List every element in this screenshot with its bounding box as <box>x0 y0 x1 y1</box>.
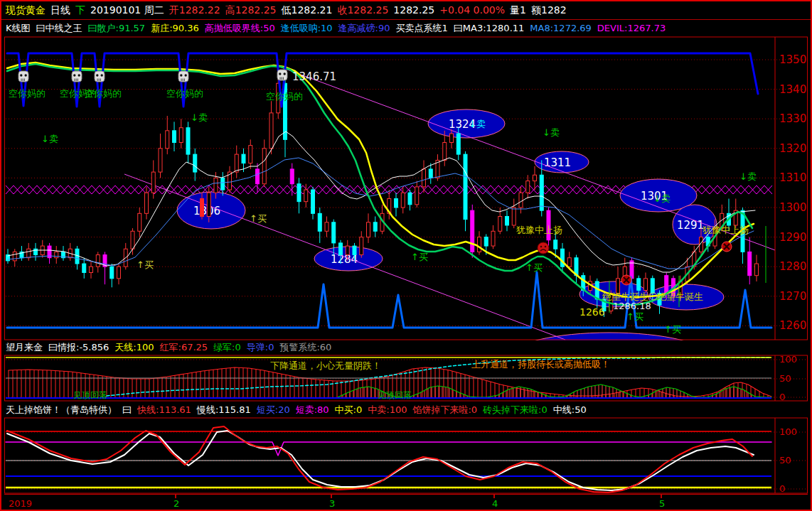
svg-text:1346.71: 1346.71 <box>292 70 336 83</box>
svg-text:1340: 1340 <box>779 83 806 96</box>
header-segment: 低1282.21 <box>282 4 333 16</box>
svg-text:1286.18: 1286.18 <box>613 301 651 311</box>
svg-text:空你妈的: 空你妈的 <box>166 88 203 99</box>
header-segment: 曰情报:-5.856 <box>48 342 109 353</box>
svg-text:绝望牛诞生: 绝望牛诞生 <box>657 291 703 302</box>
svg-text:↓卖: ↓卖 <box>41 134 58 144</box>
svg-text:1330: 1330 <box>779 112 806 125</box>
svg-text:↑买: ↑买 <box>525 262 543 273</box>
svg-text:50: 50 <box>779 373 791 384</box>
svg-text:上升通道，持股待长或高抛低吸！: 上升通道，持股待长或高抛低吸！ <box>471 359 610 370</box>
kline-chart-panel[interactable]: 1350134013301320131013001290128012701260… <box>4 36 808 340</box>
header-segment: 开1282.22 <box>169 4 220 16</box>
svg-text:↑买: ↑买 <box>137 259 154 270</box>
header-segment: 日线 <box>50 4 70 16</box>
svg-text:↓卖: ↓卖 <box>653 193 671 204</box>
svg-text:1280: 1280 <box>779 260 806 273</box>
pancake-indicator-panel[interactable]: 100500 <box>4 417 808 494</box>
svg-text:1320: 1320 <box>779 142 806 155</box>
skull-icon <box>95 71 105 82</box>
bomb-icon <box>722 242 732 252</box>
svg-text:50: 50 <box>779 455 791 466</box>
svg-text:1270: 1270 <box>779 290 806 303</box>
header-segment: 下 <box>75 4 85 16</box>
frown-face-icon <box>538 242 549 254</box>
svg-text:犹豫中上扬: 犹豫中上扬 <box>703 225 749 235</box>
svg-text:2019: 2019 <box>9 498 32 509</box>
svg-text:100: 100 <box>779 426 797 437</box>
svg-text:↓卖: ↓卖 <box>739 171 757 182</box>
header-segment: K线图 <box>6 23 31 33</box>
skull-icon <box>178 71 188 82</box>
svg-text:犹豫中上扬: 犹豫中上扬 <box>516 225 562 235</box>
header-segment: 曰散户:91.57 <box>88 23 146 33</box>
header-segment: 1282.25 <box>393 4 434 16</box>
header-segment: 短卖:80 <box>296 404 329 415</box>
header-segment: 短买:20 <box>257 404 290 415</box>
header-segment: 现货黄金 <box>6 4 46 16</box>
header-segment: 快线:113.61 <box>137 404 191 415</box>
header-segment: 额1282 <box>531 4 567 16</box>
header-segment: 曰 <box>122 404 132 415</box>
header-segment: 红军:67.25 <box>160 342 208 353</box>
header-segment: 慢线:115.81 <box>197 404 251 415</box>
header-segment: 导弹:0 <box>247 342 274 353</box>
trading-terminal-window: 现货黄金日线下20190101 周二开1282.22高1282.25低1282.… <box>0 0 812 511</box>
header-segment: 曰中线之王 <box>36 23 82 33</box>
header-segment: 预警系统:60 <box>279 342 331 353</box>
svg-text:↓卖: ↓卖 <box>191 112 208 123</box>
svg-text:见顶回落: 见顶回落 <box>73 390 107 400</box>
skull-icon <box>72 71 82 82</box>
kline-indicator-header[interactable]: K线图曰中线之王曰散户:91.57新庄:90.36高抛低吸界线:50逢低吸呐:1… <box>6 21 671 36</box>
header-segment: 20190101 周二 <box>90 4 164 16</box>
header-segment: DEVIL:1267.73 <box>597 23 666 33</box>
header-segment: 绿军:0 <box>213 342 241 353</box>
header-segment: 中线:50 <box>553 404 587 415</box>
skull-icon <box>18 71 28 82</box>
header-segment: 收1282.25 <box>337 4 388 16</box>
header-segment: 量1 <box>510 4 526 16</box>
header-segment: 高抛低吸界线:50 <box>205 23 275 33</box>
header-segment: MA8:1272.69 <box>530 23 592 33</box>
time-axis[interactable]: 20192345 <box>4 494 808 510</box>
svg-text:↑买: ↑买 <box>411 252 428 262</box>
header-segment: 中买:0 <box>335 404 363 415</box>
header-segment: 中卖:100 <box>368 404 407 415</box>
header-segment: 逢低吸呐:10 <box>281 23 333 33</box>
svg-text:1266: 1266 <box>579 306 605 318</box>
wangyue-indicator-panel[interactable]: 100500下降通道，小心无量阴跌！上升通道，持股待长或高抛低吸！见顶回落见顶回… <box>4 355 808 402</box>
quote-bar: 现货黄金日线下20190101 周二开1282.22高1282.25低1282.… <box>6 1 572 18</box>
svg-text:见顶回落: 见顶回落 <box>378 390 412 400</box>
svg-text:5: 5 <box>659 498 665 509</box>
header-segment: 望月来金 <box>6 342 43 353</box>
svg-text:0: 0 <box>779 392 785 402</box>
svg-text:↓卖: ↓卖 <box>543 127 560 138</box>
svg-text:1290: 1290 <box>779 231 806 244</box>
header-segment: 买卖点系统1 <box>396 23 448 33</box>
svg-text:1310: 1310 <box>779 171 806 184</box>
svg-text:空你妈的: 空你妈的 <box>85 88 122 99</box>
header-segment: 高1282.25 <box>225 4 277 16</box>
svg-text:↑买: ↑买 <box>664 324 681 335</box>
header-segment: 天上掉馅饼！（青岛特供） <box>6 404 117 415</box>
pancake-indicator-header[interactable]: 天上掉馅饼！（青岛特供）曰快线:113.61慢线:115.81短买:20短卖:8… <box>6 402 592 417</box>
divider <box>0 19 812 20</box>
header-segment: 馅饼掉下来啦:0 <box>412 404 477 415</box>
svg-text:4: 4 <box>492 498 498 509</box>
svg-text:1350: 1350 <box>779 53 806 66</box>
svg-text:↓卖: ↓卖 <box>469 119 486 129</box>
header-segment: 曰MA3:1280.11 <box>454 23 525 33</box>
bomb-icon <box>621 275 631 285</box>
svg-text:1311: 1311 <box>544 156 571 169</box>
svg-text:100: 100 <box>779 355 797 365</box>
svg-text:0: 0 <box>779 483 785 494</box>
wangyue-indicator-header[interactable]: 望月来金曰情报:-5.856天线:100红军:67.25绿军:0导弹:0预警系统… <box>6 340 337 355</box>
svg-text:1291: 1291 <box>677 219 704 232</box>
header-segment: 新庄:90.36 <box>151 23 199 33</box>
svg-text:↑买: ↑买 <box>626 311 643 322</box>
skull-icon <box>277 70 287 80</box>
svg-text:空你妈的: 空你妈的 <box>9 88 46 99</box>
header-segment: 天线:100 <box>114 342 154 353</box>
svg-text:3: 3 <box>329 498 335 509</box>
svg-text:1260: 1260 <box>779 319 806 332</box>
